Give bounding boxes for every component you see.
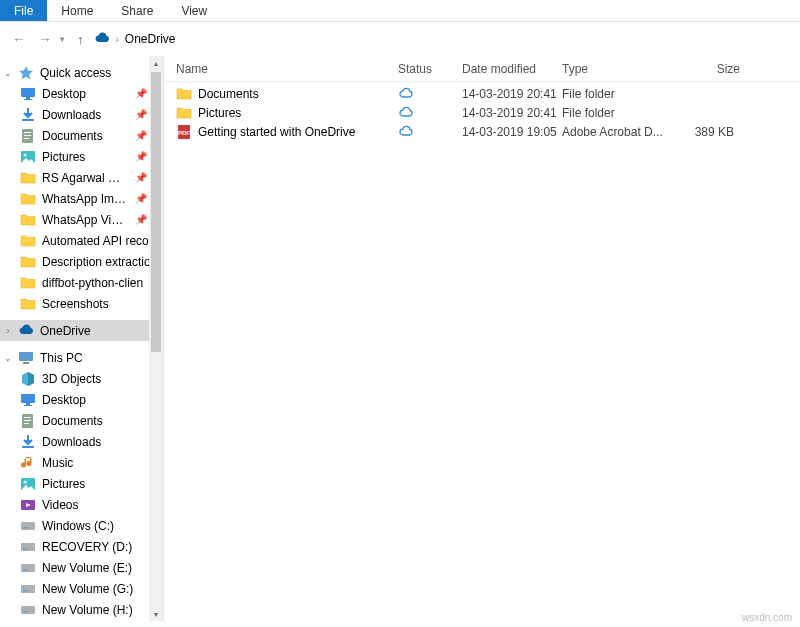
sidebar-item-3d-objects[interactable]: 3D Objects	[0, 368, 163, 389]
sidebar-item-label: Documents	[42, 414, 103, 428]
sidebar-item-label: Downloads	[42, 435, 101, 449]
sidebar-item-desktop[interactable]: Desktop	[0, 389, 163, 410]
breadcrumb[interactable]: › OneDrive	[94, 31, 176, 47]
pictures-icon	[20, 476, 36, 492]
sidebar-item-screenshots[interactable]: Screenshots	[0, 293, 163, 314]
sidebar-item-label: 3D Objects	[42, 372, 101, 386]
disk-icon	[20, 581, 36, 597]
sidebar-item-downloads[interactable]: Downloads	[0, 431, 163, 452]
tab-file[interactable]: File	[0, 0, 47, 21]
pin-icon: 📌	[135, 88, 147, 99]
sidebar-item-music[interactable]: Music	[0, 452, 163, 473]
column-headers: Name Status Date modified Type Size	[164, 56, 800, 82]
ribbon: File Home Share View	[0, 0, 800, 22]
sidebar-item-videos[interactable]: Videos	[0, 494, 163, 515]
tab-home[interactable]: Home	[47, 0, 107, 21]
disk-icon	[20, 539, 36, 555]
history-dropdown[interactable]: ▾	[60, 34, 65, 44]
sidebar-item-recovery-d-[interactable]: RECOVERY (D:)	[0, 536, 163, 557]
disk-icon	[20, 560, 36, 576]
sidebar-item-label: Pictures	[42, 150, 85, 164]
file-type: Adobe Acrobat D...	[562, 125, 670, 139]
column-name[interactable]: Name	[176, 62, 398, 76]
column-size[interactable]: Size	[670, 62, 740, 76]
onedrive-icon	[18, 323, 34, 339]
sidebar-item-label: Quick access	[40, 66, 111, 80]
disk-icon	[20, 518, 36, 534]
sidebar-item-label: WhatsApp Image	[42, 192, 129, 206]
file-row[interactable]: Documents 14-03-2019 20:41 File folder	[164, 84, 800, 103]
column-status[interactable]: Status	[398, 62, 462, 76]
sidebar-item-label: Automated API reco	[42, 234, 149, 248]
file-size: 389 KB	[670, 125, 740, 139]
sidebar-item-label: Windows (C:)	[42, 519, 114, 533]
sidebar-item-documents[interactable]: Documents 📌	[0, 125, 163, 146]
sidebar-item-diffbot-python-clien[interactable]: diffbot-python-clien	[0, 272, 163, 293]
sidebar-item-rs-agarwal-quan[interactable]: RS Agarwal Quan 📌	[0, 167, 163, 188]
sidebar-item-label: diffbot-python-clien	[42, 276, 143, 290]
chevron-right-icon[interactable]: ›	[4, 326, 12, 336]
navigation-pane: ⌄ Quick access Desktop 📌 Downloads 📌 Doc…	[0, 56, 164, 621]
tab-view[interactable]: View	[167, 0, 221, 21]
forward-button[interactable]: →	[38, 31, 52, 47]
scroll-thumb[interactable]	[151, 72, 161, 352]
folder-icon	[20, 212, 36, 228]
folder-icon	[176, 105, 192, 121]
desktop-icon	[20, 86, 36, 102]
file-date: 14-03-2019 19:05	[462, 125, 562, 139]
folder-icon	[20, 191, 36, 207]
sidebar-item-description-extractio[interactable]: Description extractio	[0, 251, 163, 272]
sidebar-item-windows-c-[interactable]: Windows (C:)	[0, 515, 163, 536]
sidebar-this-pc[interactable]: ⌄ This PC	[0, 347, 163, 368]
sidebar-item-label: WhatsApp Video	[42, 213, 129, 227]
sidebar-item-downloads[interactable]: Downloads 📌	[0, 104, 163, 125]
pin-icon: 📌	[135, 172, 147, 183]
sidebar-item-label: Desktop	[42, 87, 86, 101]
chevron-down-icon[interactable]: ⌄	[4, 353, 12, 363]
column-type[interactable]: Type	[562, 62, 670, 76]
scroll-down-icon[interactable]: ▾	[149, 607, 163, 621]
sidebar-item-automated-api-reco[interactable]: Automated API reco	[0, 230, 163, 251]
sidebar-item-documents[interactable]: Documents	[0, 410, 163, 431]
sidebar-item-new-volume-h-[interactable]: New Volume (H:)	[0, 599, 163, 620]
file-row[interactable]: Getting started with OneDrive 14-03-2019…	[164, 122, 800, 141]
star-icon	[18, 65, 34, 81]
sidebar-item-label: Screenshots	[42, 297, 109, 311]
back-button[interactable]: ←	[12, 31, 26, 47]
scroll-up-icon[interactable]: ▴	[149, 56, 163, 70]
sidebar-item-label: Description extractio	[42, 255, 151, 269]
sidebar-item-label: Documents	[42, 129, 103, 143]
sidebar-quick-access[interactable]: ⌄ Quick access	[0, 62, 163, 83]
sidebar-item-label: This PC	[40, 351, 83, 365]
sidebar-item-new-volume-e-[interactable]: New Volume (E:)	[0, 557, 163, 578]
sidebar-item-label: Pictures	[42, 477, 85, 491]
watermark: wsxdn.com	[742, 612, 792, 623]
sidebar-item-whatsapp-video[interactable]: WhatsApp Video 📌	[0, 209, 163, 230]
download-icon	[20, 107, 36, 123]
file-row[interactable]: Pictures 14-03-2019 20:41 File folder	[164, 103, 800, 122]
disk-icon	[20, 602, 36, 618]
sidebar-item-pictures[interactable]: Pictures 📌	[0, 146, 163, 167]
sidebar-scrollbar[interactable]: ▴ ▾	[149, 56, 163, 621]
address-bar: ← → ▾ ↑ › OneDrive	[0, 22, 800, 56]
chevron-down-icon[interactable]: ⌄	[4, 68, 12, 78]
sidebar-item-desktop[interactable]: Desktop 📌	[0, 83, 163, 104]
folder-icon	[20, 233, 36, 249]
pin-icon: 📌	[135, 193, 147, 204]
3d-icon	[20, 371, 36, 387]
up-button[interactable]: ↑	[77, 32, 84, 47]
tab-share[interactable]: Share	[107, 0, 167, 21]
videos-icon	[20, 497, 36, 513]
sidebar-item-new-volume-g-[interactable]: New Volume (G:)	[0, 578, 163, 599]
folder-icon	[20, 296, 36, 312]
sidebar-item-label: Music	[42, 456, 73, 470]
breadcrumb-location[interactable]: OneDrive	[125, 32, 176, 46]
download-icon	[20, 434, 36, 450]
sidebar-item-whatsapp-image[interactable]: WhatsApp Image 📌	[0, 188, 163, 209]
sidebar-item-label: RECOVERY (D:)	[42, 540, 132, 554]
sidebar-item-label: New Volume (H:)	[42, 603, 133, 617]
sidebar-item-pictures[interactable]: Pictures	[0, 473, 163, 494]
sidebar-onedrive[interactable]: › OneDrive	[0, 320, 163, 341]
chevron-right-icon: ›	[116, 34, 119, 45]
column-date[interactable]: Date modified	[462, 62, 562, 76]
